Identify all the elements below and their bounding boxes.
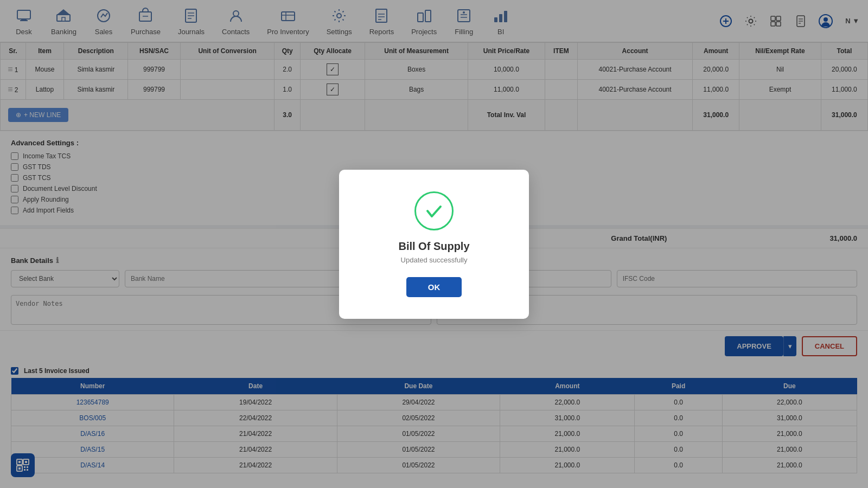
dialog-overlay: Bill Of Supply Updated successfully OK	[0, 0, 868, 488]
dialog-subtitle: Updated successfully	[366, 256, 502, 264]
dialog-ok-button[interactable]: OK	[406, 277, 462, 297]
success-dialog: Bill Of Supply Updated successfully OK	[339, 170, 529, 319]
dialog-title: Bill Of Supply	[366, 240, 502, 253]
dialog-success-icon	[414, 191, 454, 230]
